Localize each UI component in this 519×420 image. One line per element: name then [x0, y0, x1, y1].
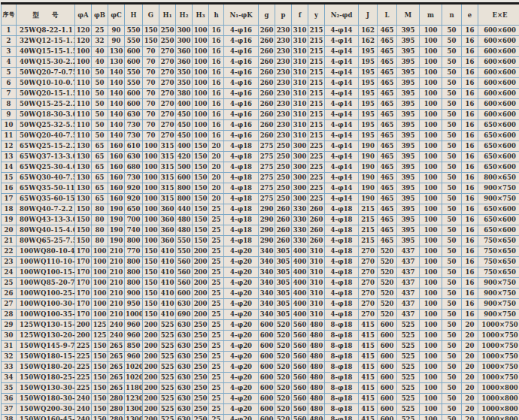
- value-cell: 270: [159, 47, 176, 57]
- value-cell: 250: [275, 152, 292, 162]
- value-cell: 1000×800: [478, 415, 519, 420]
- value-cell: 340: [259, 246, 275, 257]
- column-header: n: [442, 4, 462, 26]
- value-cell: 465: [378, 78, 397, 89]
- value-cell: 225: [308, 162, 325, 173]
- value-cell: 4-φ14: [325, 89, 359, 99]
- value-cell: 250: [193, 373, 209, 383]
- value-cell: 50: [442, 120, 462, 131]
- value-cell: 4-φ14: [325, 194, 359, 204]
- value-cell: 310: [308, 278, 325, 289]
- column-header: e: [462, 4, 478, 26]
- value-cell: 520: [275, 352, 292, 362]
- value-cell: 650: [125, 204, 143, 215]
- model-cell: 100WQ100-25-11: [17, 289, 75, 299]
- table-row: 440WQ15-30-2.21004013060070270360100164-…: [2, 57, 519, 68]
- value-cell: 240: [108, 331, 125, 341]
- value-cell: 225: [308, 173, 325, 183]
- value-cell: 4-φ18: [224, 204, 259, 215]
- value-cell: 630: [176, 331, 193, 341]
- column-header: E×E: [478, 4, 519, 26]
- value-cell: 280: [108, 415, 125, 420]
- header-row: 序号型 号φAφBφCHGH₁H₂H₃hN₁-φKgpfyN₂-φdJLMmne…: [2, 4, 519, 26]
- value-cell: 25: [209, 362, 224, 373]
- value-cell: 260: [259, 99, 275, 110]
- value-cell: 35: [2, 383, 17, 394]
- value-cell: 100: [143, 236, 159, 246]
- value-cell: 162: [359, 36, 378, 47]
- value-cell: 600: [378, 394, 397, 404]
- value-cell: 18: [2, 204, 17, 215]
- model-cell: 100WQ100-35-18.5: [17, 310, 75, 320]
- value-cell: 1300: [125, 415, 143, 420]
- value-cell: 150: [193, 236, 209, 246]
- value-cell: 280: [108, 404, 125, 415]
- value-cell: 1180: [125, 383, 143, 394]
- value-cell: 130: [75, 194, 92, 204]
- value-cell: 8-φ18: [325, 320, 359, 331]
- model-cell: 80WQ65-25-7.5: [17, 236, 75, 246]
- value-cell: 600: [259, 394, 275, 404]
- table-row: 25100WQ85-20-7.5170100210800150410560200…: [2, 278, 519, 289]
- value-cell: 100: [420, 299, 442, 310]
- value-cell: 520: [378, 310, 397, 320]
- value-cell: 750×650: [478, 257, 519, 267]
- value-cell: 20: [462, 404, 478, 415]
- value-cell: 16: [209, 68, 224, 78]
- value-cell: 1300: [125, 404, 143, 415]
- value-cell: 32: [92, 36, 108, 47]
- value-cell: 16: [209, 47, 224, 57]
- value-cell: 40: [92, 47, 108, 57]
- value-cell: 400: [176, 99, 193, 110]
- value-cell: 360: [176, 47, 193, 57]
- value-cell: 4-φ18: [325, 278, 359, 289]
- value-cell: 395: [397, 204, 420, 215]
- value-cell: 4-φ16: [224, 120, 259, 131]
- value-cell: 190: [108, 225, 125, 236]
- value-cell: 100: [420, 404, 442, 415]
- value-cell: 50: [92, 110, 108, 120]
- value-cell: 630: [176, 373, 193, 383]
- value-cell: 230: [275, 110, 292, 120]
- value-cell: 28: [2, 310, 17, 320]
- value-cell: 100: [420, 225, 442, 236]
- value-cell: 50: [442, 152, 462, 162]
- value-cell: 4-φ18: [224, 152, 259, 162]
- value-cell: 100: [420, 141, 442, 152]
- value-cell: 33: [2, 362, 17, 373]
- value-cell: 465: [378, 194, 397, 204]
- value-cell: 400: [292, 257, 308, 267]
- value-cell: 395: [397, 57, 420, 68]
- value-cell: 100: [420, 26, 442, 36]
- value-cell: 17: [2, 194, 17, 204]
- value-cell: 100: [143, 141, 159, 152]
- value-cell: 400: [292, 310, 308, 320]
- value-cell: 260: [275, 236, 292, 246]
- value-cell: 24: [2, 267, 17, 278]
- value-cell: 360: [159, 204, 176, 215]
- value-cell: 50: [442, 183, 462, 194]
- value-cell: 215: [308, 68, 325, 78]
- value-cell: 8-φ18: [325, 341, 359, 352]
- value-cell: 800×650: [478, 173, 519, 183]
- value-cell: 100: [193, 36, 209, 47]
- value-cell: 200: [193, 289, 209, 299]
- value-cell: 150: [143, 289, 159, 299]
- value-cell: 130: [108, 47, 125, 57]
- value-cell: 25: [92, 26, 108, 36]
- value-cell: 400: [292, 246, 308, 257]
- value-cell: 150: [92, 373, 108, 383]
- value-cell: 360: [159, 225, 176, 236]
- value-cell: 50: [442, 320, 462, 331]
- value-cell: 960: [125, 320, 143, 331]
- value-cell: 190: [359, 162, 378, 173]
- column-header: L: [378, 4, 397, 26]
- value-cell: 140: [108, 131, 125, 141]
- value-cell: 240: [75, 404, 92, 415]
- value-cell: 410: [159, 299, 176, 310]
- value-cell: 630: [176, 404, 193, 415]
- value-cell: 110: [75, 68, 92, 78]
- value-cell: 330: [292, 225, 308, 236]
- value-cell: 150: [92, 352, 108, 362]
- value-cell: 600: [378, 352, 397, 362]
